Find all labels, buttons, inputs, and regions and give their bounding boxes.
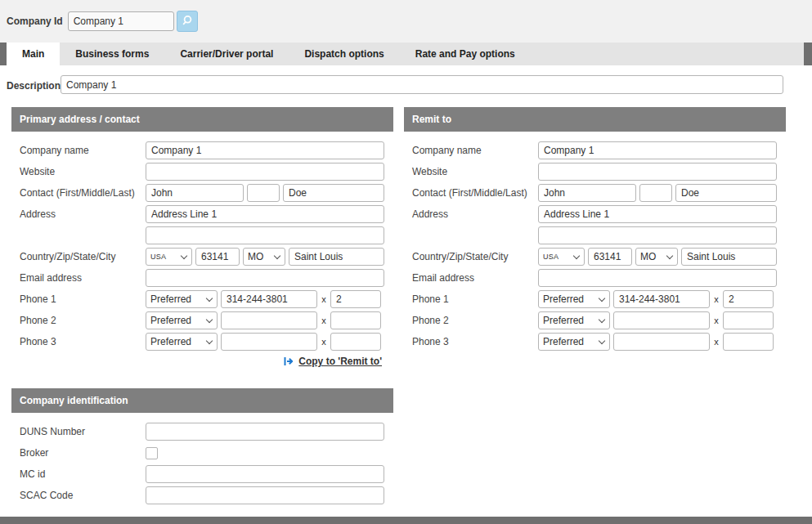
phone2-ext-separator: x bbox=[713, 316, 720, 325]
tab-strip: Main Business forms Carrier/Driver porta… bbox=[0, 43, 812, 65]
phone3-number-input[interactable] bbox=[221, 333, 317, 351]
copy-arrow-icon bbox=[283, 356, 294, 367]
company-identification-panel: Company identification DUNS Number Broke… bbox=[11, 388, 393, 508]
phone3-ext-separator: x bbox=[713, 337, 720, 347]
company-id-input[interactable] bbox=[68, 11, 174, 31]
field-row: Contact (First/Middle/Last) bbox=[412, 184, 778, 202]
company-name-input[interactable] bbox=[146, 141, 384, 159]
email-input[interactable] bbox=[538, 269, 777, 287]
scac-code-input[interactable] bbox=[146, 486, 384, 504]
phone1-label: Phone 1 bbox=[412, 293, 535, 305]
contact-middle-input[interactable] bbox=[247, 184, 280, 202]
tab-rate-and-pay-options[interactable]: Rate and Pay options bbox=[400, 43, 531, 65]
chevron-down-icon bbox=[274, 252, 280, 258]
address-line1-input[interactable] bbox=[538, 205, 777, 223]
phone3-type-select[interactable]: Preferred bbox=[146, 333, 218, 351]
contact-first-input[interactable] bbox=[538, 184, 636, 202]
website-input[interactable] bbox=[538, 163, 777, 181]
phone1-ext-separator: x bbox=[321, 294, 327, 304]
field-row bbox=[20, 226, 385, 244]
field-row: Email address bbox=[412, 269, 778, 287]
phone2-type-select[interactable]: Preferred bbox=[146, 311, 218, 329]
phone1-ext-input[interactable] bbox=[330, 290, 381, 308]
field-row: Phone 3 Preferred x bbox=[20, 333, 385, 351]
mc-id-input[interactable] bbox=[146, 465, 384, 483]
address-label: Address bbox=[412, 208, 535, 220]
state-select[interactable]: MO bbox=[243, 248, 285, 266]
phone3-number-input[interactable] bbox=[613, 333, 710, 351]
phone1-number-input[interactable] bbox=[613, 290, 710, 308]
broker-checkbox[interactable] bbox=[146, 447, 158, 459]
address-line2-input[interactable] bbox=[146, 226, 384, 244]
phone2-type-select[interactable]: Preferred bbox=[538, 311, 610, 329]
field-row: Country/Zip/State/City USA MO bbox=[412, 248, 778, 266]
tab-main[interactable]: Main bbox=[7, 43, 60, 65]
email-input[interactable] bbox=[146, 269, 384, 287]
field-row bbox=[412, 226, 778, 244]
phone2-label: Phone 2 bbox=[412, 315, 535, 326]
company-name-label: Company name bbox=[412, 145, 535, 156]
field-row: Website bbox=[20, 163, 385, 181]
chevron-down-icon bbox=[599, 316, 605, 322]
phone3-label: Phone 3 bbox=[412, 336, 535, 347]
state-select-value: MO bbox=[640, 251, 656, 262]
phone1-type-value: Preferred bbox=[543, 293, 584, 305]
contact-label: Contact (First/Middle/Last) bbox=[412, 187, 535, 199]
field-row: Phone 1 Preferred x bbox=[412, 290, 778, 308]
address-line2-input[interactable] bbox=[538, 226, 777, 244]
tab-dispatch-options[interactable]: Dispatch options bbox=[289, 43, 399, 65]
phone1-label: Phone 1 bbox=[20, 293, 142, 305]
location-label: Country/Zip/State/City bbox=[412, 251, 535, 262]
company-name-input[interactable] bbox=[538, 141, 777, 159]
contact-first-input[interactable] bbox=[146, 184, 244, 202]
field-row: Company name bbox=[412, 141, 778, 159]
contact-middle-input[interactable] bbox=[639, 184, 672, 202]
phone2-number-input[interactable] bbox=[613, 311, 710, 329]
phone1-ext-input[interactable] bbox=[723, 290, 774, 308]
city-input[interactable] bbox=[681, 248, 777, 266]
panel-title: Remit to bbox=[404, 107, 786, 132]
country-select[interactable]: USA bbox=[146, 248, 192, 266]
company-name-label: Company name bbox=[20, 145, 142, 156]
chevron-down-icon bbox=[599, 337, 605, 343]
top-bar: Company Id bbox=[0, 0, 812, 43]
description-label: Description bbox=[7, 80, 61, 92]
field-row: Address bbox=[20, 205, 385, 223]
phone3-label: Phone 3 bbox=[20, 336, 142, 347]
chevron-down-icon bbox=[573, 252, 580, 258]
zip-input[interactable] bbox=[195, 248, 240, 266]
tab-business-forms[interactable]: Business forms bbox=[60, 43, 164, 65]
website-input[interactable] bbox=[146, 163, 384, 181]
chevron-down-icon bbox=[206, 294, 213, 301]
field-row: Website bbox=[412, 163, 778, 181]
country-select-value: USA bbox=[150, 253, 166, 261]
phone1-number-input[interactable] bbox=[221, 290, 317, 308]
phone2-number-input[interactable] bbox=[221, 311, 317, 329]
phone3-ext-separator: x bbox=[321, 337, 327, 347]
tab-carrier-driver-portal[interactable]: Carrier/Driver portal bbox=[164, 43, 289, 65]
duns-number-input[interactable] bbox=[146, 423, 384, 441]
phone2-ext-input[interactable] bbox=[723, 311, 774, 329]
phone2-ext-input[interactable] bbox=[330, 311, 381, 329]
state-select[interactable]: MO bbox=[635, 248, 678, 266]
phone1-type-select[interactable]: Preferred bbox=[538, 290, 610, 308]
field-row: SCAC Code bbox=[20, 486, 385, 504]
lookup-icon bbox=[182, 15, 193, 29]
description-input[interactable] bbox=[61, 75, 783, 94]
field-row: Company name bbox=[20, 141, 385, 159]
city-input[interactable] bbox=[289, 248, 384, 266]
copy-to-remit-link[interactable]: Copy to 'Remit to' bbox=[298, 356, 382, 367]
country-select[interactable]: USA bbox=[538, 248, 585, 266]
company-id-lookup-button[interactable] bbox=[177, 11, 198, 32]
mc-id-label: MC id bbox=[20, 468, 142, 480]
address-label: Address bbox=[20, 208, 142, 220]
address-line1-input[interactable] bbox=[146, 205, 384, 223]
phone3-type-select[interactable]: Preferred bbox=[538, 333, 610, 351]
zip-input[interactable] bbox=[588, 248, 632, 266]
phone1-type-select[interactable]: Preferred bbox=[146, 290, 218, 308]
contact-last-input[interactable] bbox=[283, 184, 384, 202]
phone2-type-value: Preferred bbox=[543, 315, 584, 326]
phone3-ext-input[interactable] bbox=[723, 333, 774, 351]
phone3-ext-input[interactable] bbox=[330, 333, 381, 351]
contact-last-input[interactable] bbox=[675, 184, 777, 202]
